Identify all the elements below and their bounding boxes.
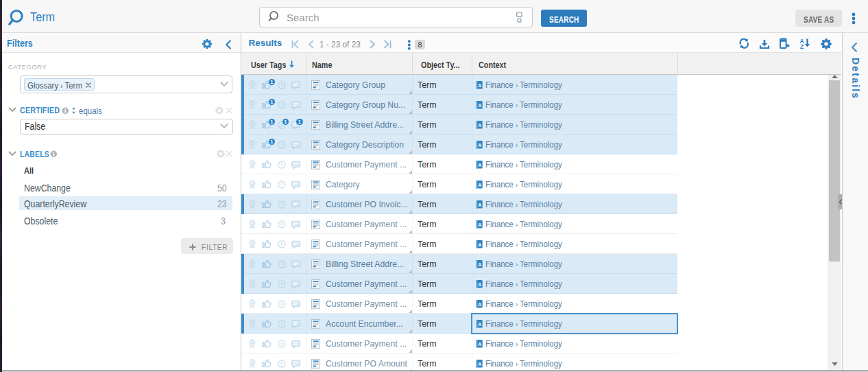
svg-text:A: A (478, 342, 481, 347)
svg-text:A: A (478, 282, 481, 287)
svg-text:A: A (478, 143, 481, 148)
svg-text:A: A (478, 183, 481, 187)
svg-text:A: A (478, 302, 481, 307)
svg-text:A: A (478, 222, 481, 227)
svg-text:A: A (478, 202, 481, 207)
svg-text:A: A (478, 103, 481, 108)
svg-text:A: A (478, 362, 481, 367)
svg-text:A: A (478, 163, 481, 167)
svg-text:A: A (478, 83, 481, 88)
svg-text:A: A (478, 262, 481, 267)
svg-text:A: A (478, 123, 481, 128)
svg-text:Z: Z (800, 43, 804, 49)
svg-text:A: A (478, 242, 481, 247)
